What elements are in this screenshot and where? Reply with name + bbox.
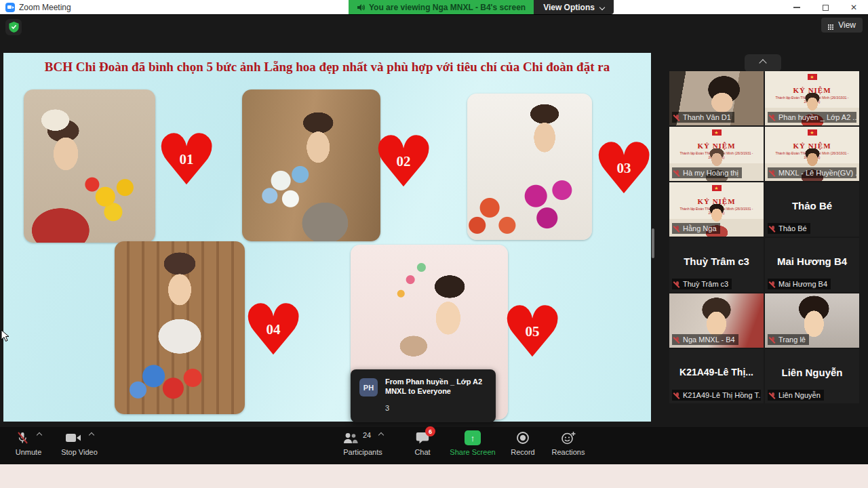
window-controls: ✕ [783,0,868,15]
contest-photo-1 [24,89,155,243]
chat-button[interactable]: 6 Chat [407,430,438,462]
rank-number: 05 [504,323,561,340]
record-icon [516,431,530,445]
participant-name-label: Liên Nguyễn [768,390,824,401]
rank-heart-2: ♥ 02 [375,131,432,193]
audio-options-chevron[interactable] [37,432,42,438]
participant-tile-hang-nga-active[interactable]: KỶ NIỆM Thành lập Đoàn TNCS Hồ Chí Minh … [669,182,764,237]
rank-number: 01 [158,151,215,168]
mic-muted-icon [674,225,680,232]
contest-photo-4 [115,241,245,414]
view-layout-button[interactable]: View [821,18,863,33]
screen-share-banner: You are viewing Nga MNXL - B4's screen V… [349,0,614,14]
participants-options-chevron[interactable] [378,432,384,438]
chat-unread-badge: 6 [425,426,435,436]
unmute-button[interactable]: Unmute [8,430,49,462]
participant-name-label: Thanh Vân D1 [672,112,734,123]
chevron-down-icon [599,4,605,9]
participant-tile-trang-le[interactable]: Trang lê [765,293,859,348]
participants-button[interactable]: 24 Participants [334,430,391,462]
participant-name-label: Nga MNXL - B4 [672,334,738,345]
mic-muted-icon [770,225,776,232]
chat-sender-header: From Phan huyền _ Lớp A2 MNXL to Everyon… [385,377,488,396]
rank-heart-4: ♥ 04 [245,299,302,361]
participant-display-name: K21A49-Lê Thị... [669,367,764,378]
participant-name-label: Hằng Nga [672,223,720,234]
zoom-app-icon [5,3,15,12]
participant-name-label: Thuỳ Trâm c3 [672,279,732,289]
maximize-button[interactable] [811,0,840,15]
record-button[interactable]: Record [507,430,539,462]
participant-tile-thuy-tram[interactable]: Thuỳ Trâm c3 Thuỳ Trâm c3 [669,238,764,292]
rank-number: 02 [375,153,432,170]
share-screen-button[interactable]: ↑ Share Screen [444,430,501,462]
video-options-chevron[interactable] [88,432,94,438]
chevron-up-icon [759,59,766,66]
rank-heart-5: ♥ 05 [504,301,561,363]
participant-display-name: Liên Nguyễn [765,367,859,378]
slide-title: BCH Chi Đoàn đã bình chọn 5 bức ảnh Lẵng… [3,60,651,75]
mic-muted-icon [16,431,29,445]
mic-muted-icon [770,336,776,344]
rank-heart-3: ♥ 03 [595,138,651,200]
minimize-button[interactable] [783,0,811,15]
participant-name-label: Phan huyền _ Lớp A2 ... [768,112,856,123]
participant-tile-mai-huong[interactable]: Mai Hương B4 Mai Hương B4 [765,238,859,292]
mic-muted-icon [674,114,680,121]
mic-muted-icon [770,114,776,121]
participant-count: 24 [363,431,371,439]
participant-tile-k21a49[interactable]: K21A49-Lê Thị... K21A49-Lê Thị Hồng T... [669,349,764,403]
participant-tile-thanh-van[interactable]: Thanh Vân D1 [669,71,764,125]
grid-icon [828,24,829,26]
security-shield-button[interactable] [5,19,22,35]
participant-name-label: Hà my Hoàng thị [672,167,742,178]
meeting-toolbar: Unmute Stop Video 24 Participants 6 Chat [0,427,868,464]
shared-screen-content: BCH Chi Đoàn đã bình chọn 5 bức ảnh Lẵng… [3,53,651,422]
participants-icon [342,432,358,444]
video-camera-icon [66,432,81,443]
collapse-gallery-button[interactable] [745,54,781,72]
participant-name-label: Mai Hương B4 [768,279,831,289]
mouse-cursor [1,329,10,343]
view-options-button[interactable]: View Options [534,0,614,14]
scrollbar-thumb[interactable] [652,228,654,258]
stop-video-button[interactable]: Stop Video [56,430,103,462]
close-button[interactable]: ✕ [840,0,868,15]
mic-muted-icon [674,169,680,177]
speaker-icon [357,3,365,12]
window-title-bar: Zoom Meeting You are viewing Nga MNXL - … [0,0,868,15]
viewing-status: You are viewing Nga MNXL - B4's screen [349,0,534,14]
security-shield-icon [9,22,19,33]
rank-heart-1: ♥ 01 [158,129,215,191]
share-screen-icon: ↑ [465,430,481,445]
reactions-button[interactable]: Reactions [547,430,590,462]
mic-muted-icon [674,281,680,288]
participant-display-name: Thảo Bé [765,200,859,211]
participant-name-label: Thảo Bé [768,223,810,234]
contest-photo-3 [467,94,592,240]
participant-tile-mnxl-le-huyen[interactable]: KỶ NIỆM Thành lập Đoàn TNCS Hồ Chí Minh … [765,127,859,181]
participant-display-name: Mai Hương B4 [765,256,859,267]
participant-tile-ha-my[interactable]: KỶ NIỆM Thành lập Đoàn TNCS Hồ Chí Minh … [669,127,764,181]
mic-muted-icon [770,169,776,177]
viewing-status-text: You are viewing Nga MNXL - B4's screen [369,3,526,12]
chat-notification-popup[interactable]: PH From Phan huyền _ Lớp A2 MNXL to Ever… [351,369,496,422]
rank-number: 03 [595,160,651,177]
flag-icon [712,185,722,191]
mic-muted-icon [674,392,680,399]
participant-tile-thao-be[interactable]: Thảo Bé Thảo Bé [765,182,859,237]
participant-tile-phan-huyen[interactable]: KỶ NIỆM Thành lập Đoàn TNCS Hồ Chí Minh … [765,71,859,125]
flag-icon [712,129,722,136]
participant-tile-lien-nguyen[interactable]: Liên Nguyễn Liên Nguyễn [765,349,859,403]
contest-photo-2 [242,89,380,241]
participant-display-name: Thuỳ Trâm c3 [669,256,764,267]
participant-tile-nga-mnxl[interactable]: Nga MNXL - B4 [669,293,764,348]
mic-muted-icon [674,336,680,344]
rank-number: 04 [245,321,302,338]
participant-name-label: K21A49-Lê Thị Hồng T... [672,390,761,401]
participant-name-label: Trang lê [768,334,809,345]
chat-message-text: 3 [385,404,389,412]
windows-taskbar: Zalo 5+ Ps P ↻ ENG 8:22 PM [0,464,868,488]
window-title: Zoom Meeting [19,3,71,12]
sender-avatar: PH [359,378,378,396]
